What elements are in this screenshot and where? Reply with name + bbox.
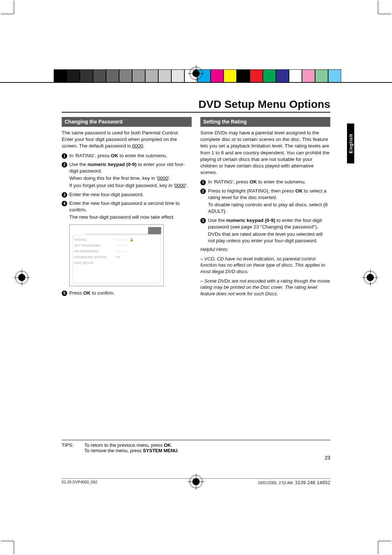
- crop-mark: [14, 523, 32, 541]
- step-2: 2 Use the numeric keypad (0-9) to enter …: [62, 161, 192, 174]
- rating-step-3-sub: DVDs that are rated above the level you …: [208, 231, 330, 244]
- registration-mark-icon: [362, 270, 378, 285]
- crop-mark: [360, 523, 378, 541]
- step-4: 4 Enter the new four-digit password a se…: [62, 200, 192, 213]
- footer-rule: [62, 478, 330, 479]
- footer: 01-28 DVP4000_692 23 18/01/2005, 2:52 AM…: [62, 480, 330, 485]
- lock-icon: [148, 227, 161, 234]
- crop-mark: [360, 14, 378, 32]
- rating-step-3: 3 Use the numeric keypad (0-9) to enter …: [200, 217, 330, 230]
- osd-screenshot: RATINGSET PASSWORDRE-PASSWORDPASSWORD ST…: [69, 224, 164, 286]
- page-number: 23: [324, 455, 330, 461]
- top-rule: [0, 82, 392, 83]
- tips-label: TIPS:: [62, 442, 74, 453]
- hints-title: Helpful Hints:: [200, 246, 330, 253]
- section-heading-password: Changing the Password: [62, 117, 192, 127]
- step-2-sub2: If you forget your old four-digit passwo…: [69, 182, 192, 189]
- language-tab-label: English: [348, 134, 354, 153]
- hint-1: – VCD, CD have no level indication, so p…: [200, 256, 330, 275]
- footer-page: 23: [194, 480, 198, 484]
- step-5: 5 Press OK to confirm.: [62, 290, 192, 296]
- step-2-sub: When doing this for the first time, key …: [69, 175, 192, 182]
- step-1: 1 In 'RATING', press OK to enter the sub…: [62, 153, 192, 159]
- rating-step-1: 1 In 'RATING', press OK to enter the sub…: [200, 179, 330, 185]
- rating-intro: Some DVDs may have a parental level assi…: [200, 130, 330, 176]
- step-3: 3 Enter the new four-digit password.: [62, 191, 192, 198]
- crop-mark: [14, 14, 32, 32]
- password-intro: The same password is used for both Paren…: [62, 130, 192, 150]
- section-heading-rating: Setting the Rating: [200, 117, 330, 127]
- hint-2: – Some DVDs are not encoded with a ratin…: [200, 278, 330, 297]
- registration-mark-icon: [188, 65, 204, 81]
- rating-step-2-sub: To disable rating controls and to play a…: [208, 202, 330, 215]
- registration-mark-icon: [14, 270, 30, 285]
- page-title: DVD Setup Menu Options: [62, 98, 330, 113]
- step-4-sub: The new four-digit password will now tak…: [69, 214, 192, 220]
- rating-step-2: 2 Press to highlight {RATING}, then pres…: [200, 188, 330, 201]
- footer-right: 18/01/2005, 2:52 AM 3139 246 14652: [258, 480, 330, 485]
- tips-bar: TIPS: To return to the previous menu, pr…: [62, 440, 330, 453]
- footer-filename: 01-28 DVP4000_692: [62, 480, 97, 485]
- language-tab: English: [347, 123, 354, 163]
